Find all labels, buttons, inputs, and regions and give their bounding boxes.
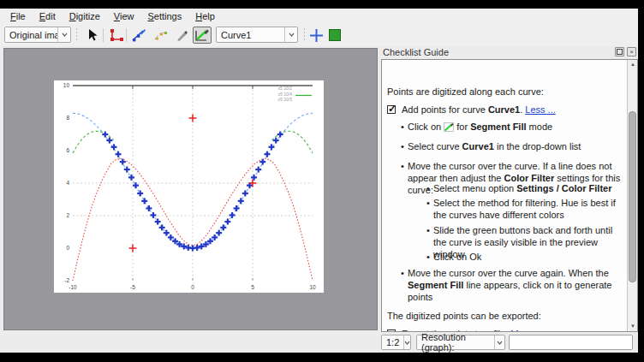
- svg-text:x5 10/2: x5 10/2: [278, 86, 293, 91]
- zoom-value: 1:2: [382, 337, 403, 347]
- menu-digitize[interactable]: Digitize: [63, 9, 107, 23]
- svg-text:x5 10/5: x5 10/5: [278, 97, 293, 102]
- svg-text:-10: -10: [69, 284, 77, 290]
- status-value-field[interactable]: [509, 335, 633, 350]
- dock-title: Checklist Guide ×: [381, 45, 638, 59]
- segment-fill-icon: [444, 122, 454, 132]
- toolbar: Original image: [0, 24, 638, 46]
- curve-point-icon: [131, 28, 146, 42]
- scrollbar-thumb[interactable]: [629, 111, 636, 282]
- less-link[interactable]: Less ...: [525, 104, 555, 115]
- svg-text:6: 6: [66, 147, 69, 153]
- svg-text:10: 10: [63, 82, 70, 88]
- chevron-down-icon: [57, 27, 70, 42]
- menu-edit[interactable]: Edit: [33, 9, 63, 23]
- green-square-icon: [329, 29, 341, 41]
- checklist-intro: Points are digitized along each curve:: [387, 86, 544, 98]
- axis-point-tool-button[interactable]: [106, 27, 125, 44]
- svg-text:0: 0: [191, 284, 194, 290]
- zoom-combo[interactable]: 1:2: [381, 335, 411, 350]
- svg-text:10: 10: [309, 284, 316, 290]
- status-bar: 1:2 Resolution (graph):: [0, 332, 638, 353]
- svg-text:2: 2: [66, 212, 69, 218]
- status-view-value: Resolution (graph):: [417, 332, 494, 353]
- svg-text:x5 10/4: x5 10/4: [278, 92, 293, 97]
- menu-bar: File Edit Digitize View Settings Help: [0, 9, 638, 24]
- checklist-guide-dock: Checklist Guide × Points are digitized a…: [381, 45, 638, 332]
- point-match-tool-button[interactable]: [152, 27, 170, 44]
- color-filter-swatch-button[interactable]: [326, 27, 343, 44]
- svg-text:-5: -5: [130, 284, 135, 290]
- segment-fill-icon: [194, 28, 210, 42]
- background-selector-combo[interactable]: Original image: [4, 27, 71, 43]
- menu-help[interactable]: Help: [188, 9, 222, 23]
- checklist-sub-bullet-menu-option: • Select menu option Settings / Color Fi…: [382, 182, 622, 194]
- segment-fill-tool-button[interactable]: [193, 27, 212, 44]
- curve-point-tool-button[interactable]: [129, 27, 148, 44]
- top-black-bar: [0, 0, 644, 9]
- menu-view[interactable]: View: [107, 9, 141, 23]
- graph-canvas[interactable]: 1086420-2-10-50510x5 10/2x5 10/4x5 10/5: [3, 48, 378, 330]
- checklist-scrollbar[interactable]: ▲ ▼: [627, 60, 637, 331]
- pencil-icon: [175, 28, 188, 42]
- checklist-sub-bullet-click-ok: • Click on Ok: [382, 251, 622, 263]
- menu-settings[interactable]: Settings: [140, 9, 188, 23]
- checklist-add-points-item: Add points for curve Curve1. Less ...: [387, 104, 556, 116]
- scroll-up-icon[interactable]: ▲: [628, 60, 638, 69]
- svg-text:5: 5: [251, 284, 254, 290]
- svg-text:-2: -2: [64, 277, 69, 283]
- right-black-bar: [638, 0, 644, 362]
- cursor-arrow-icon: [86, 28, 98, 42]
- curve-selector-combo[interactable]: Curve1: [216, 27, 298, 43]
- curve-selector-value: Curve1: [217, 30, 284, 40]
- points-visibility-button[interactable]: [307, 27, 325, 44]
- dock-title-label: Checklist Guide: [383, 47, 449, 57]
- background-selector-value: Original image: [5, 30, 57, 40]
- svg-text:0: 0: [66, 245, 69, 251]
- checklist-bullet-move-again: • Move the cursor over the curve again. …: [382, 267, 625, 303]
- svg-text:4: 4: [66, 180, 69, 186]
- axis-point-icon: [109, 28, 123, 42]
- point-match-icon: [153, 28, 169, 42]
- chevron-down-icon: [403, 335, 410, 349]
- checklist-bullet-select-curve: • Select curve Curve1 in the drop-down l…: [382, 140, 625, 152]
- graph-plot: 1086420-2-10-50510x5 10/2x5 10/4x5 10/5: [54, 80, 324, 293]
- checklist-sub-bullet-method: • Select the method for filtering. Hue i…: [382, 197, 622, 221]
- chevron-down-icon: [494, 335, 504, 349]
- checklist-bullet-segment-fill: • Click on for Segment Fill mode: [382, 121, 625, 133]
- dock-float-button[interactable]: [615, 47, 624, 56]
- checklist-export-intro: The digitized points can be exported:: [387, 310, 541, 322]
- color-picker-tool-button[interactable]: [172, 27, 191, 44]
- chevron-down-icon: [284, 27, 297, 42]
- app-window: File Edit Digitize View Settings Help Or…: [0, 0, 644, 362]
- status-view-combo[interactable]: Resolution (graph):: [416, 335, 505, 350]
- checked-checkbox[interactable]: [387, 105, 396, 114]
- menu-file[interactable]: File: [3, 9, 33, 23]
- select-tool-button[interactable]: [82, 27, 101, 44]
- dock-close-button[interactable]: ×: [627, 47, 636, 56]
- blue-cross-icon: [309, 28, 324, 43]
- svg-text:8: 8: [66, 115, 69, 121]
- scroll-down-icon[interactable]: ▼: [628, 322, 638, 331]
- checklist-content: Points are digitized along each curve: A…: [381, 59, 638, 332]
- bottom-black-bar: [0, 353, 644, 362]
- graph-image: 1086420-2-10-50510x5 10/2x5 10/4x5 10/5: [54, 80, 324, 293]
